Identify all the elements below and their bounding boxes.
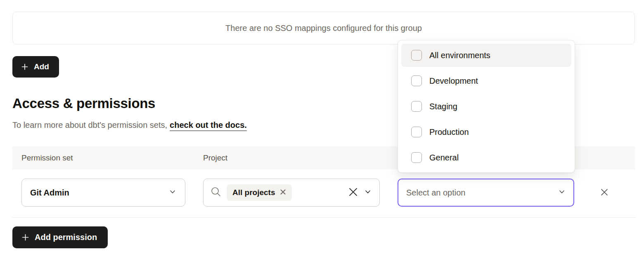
add-sso-mapping-button[interactable]: Add <box>12 56 59 78</box>
add-button-label: Add <box>34 62 49 71</box>
project-multiselect[interactable]: All projects <box>203 179 380 207</box>
row-divider <box>12 217 636 218</box>
add-permission-button[interactable]: Add permission <box>12 226 108 248</box>
dropdown-option-production[interactable]: Production <box>401 120 571 144</box>
group-settings-page: There are no SSO mappings configured for… <box>0 0 644 259</box>
sso-empty-message: There are no SSO mappings configured for… <box>225 24 422 33</box>
column-header-permission-set: Permission set <box>21 146 73 170</box>
permission-set-value: Git Admin <box>30 188 69 198</box>
checkbox-icon[interactable] <box>411 127 422 137</box>
environment-placeholder: Select an option <box>406 188 465 198</box>
project-chip[interactable]: All projects <box>227 184 292 201</box>
close-icon <box>598 186 611 200</box>
chevron-down-icon <box>558 188 566 198</box>
chevron-down-icon[interactable] <box>364 188 372 198</box>
search-icon <box>210 186 222 199</box>
environment-select[interactable]: Select an option <box>398 179 574 207</box>
option-label: Production <box>429 127 469 137</box>
remove-permission-row-button[interactable] <box>598 186 611 199</box>
checkbox-icon[interactable] <box>411 75 422 86</box>
plus-icon <box>21 233 30 242</box>
dropdown-option-all-environments[interactable]: All environments <box>401 44 571 67</box>
dropdown-option-general[interactable]: General <box>401 146 571 169</box>
project-chip-label: All projects <box>232 188 275 197</box>
permission-set-select[interactable]: Git Admin <box>21 179 185 207</box>
checkbox-icon[interactable] <box>411 152 422 163</box>
dropdown-option-staging[interactable]: Staging <box>401 95 571 118</box>
plus-icon <box>21 63 29 71</box>
docs-link[interactable]: check out the docs. <box>170 120 247 130</box>
checkbox-icon[interactable] <box>411 101 422 112</box>
option-label: General <box>429 153 459 162</box>
checkbox-icon[interactable] <box>411 50 422 61</box>
option-label: Development <box>429 76 478 86</box>
chip-remove-icon[interactable] <box>280 188 286 197</box>
column-header-project: Project <box>203 146 227 170</box>
chevron-down-icon <box>168 188 177 198</box>
option-label: All environments <box>429 51 490 60</box>
access-permissions-title: Access & permissions <box>12 96 155 111</box>
option-label: Staging <box>429 102 457 111</box>
environment-dropdown-menu: All environments Development Staging Pro… <box>398 40 575 173</box>
add-permission-label: Add permission <box>35 233 97 242</box>
clear-selection-icon[interactable] <box>348 186 359 199</box>
description-text: To learn more about dbt's permission set… <box>12 120 167 130</box>
sso-mappings-empty-state: There are no SSO mappings configured for… <box>12 12 635 45</box>
dropdown-option-development[interactable]: Development <box>401 69 571 92</box>
access-permissions-description: To learn more about dbt's permission set… <box>12 120 247 130</box>
